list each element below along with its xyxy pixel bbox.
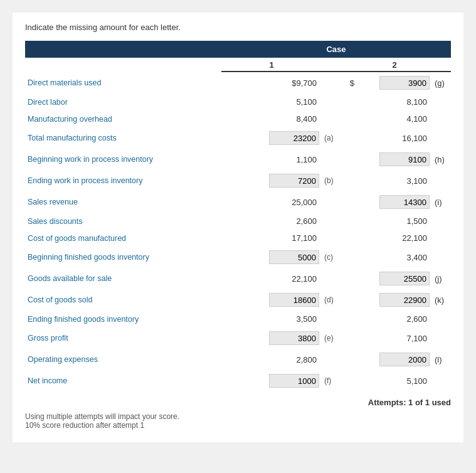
case2-value-13: 7,100 (357, 327, 432, 349)
dollar-sign-6 (344, 191, 357, 213)
row-label-0: Direct materials used (25, 72, 221, 93)
case2-input-11[interactable] (379, 293, 430, 307)
case2-letter-11: (k) (432, 289, 451, 311)
case2-value-6[interactable] (357, 191, 432, 213)
case2-letter-3 (432, 127, 451, 149)
row-label-8: Cost of goods manufactured (25, 230, 221, 247)
table-row: Total manufacturing costs(a)16,100 (25, 127, 451, 149)
case1-letter-15: (f) (322, 370, 344, 391)
dollar-sign-7 (344, 213, 357, 230)
table-row: Sales discounts2,6001,500 (25, 213, 451, 230)
case2-letter-13 (432, 327, 451, 349)
row-label-9: Beginning finished goods inventory (25, 247, 221, 268)
case1-value-14: 2,800 (221, 349, 322, 370)
case2-value-14[interactable] (357, 349, 432, 370)
case2-value-4[interactable] (357, 149, 432, 170)
case1-letter-3: (a) (322, 127, 344, 149)
table-row: Beginning work in process inventory1,100… (25, 149, 451, 170)
case1-letter-4 (322, 149, 344, 170)
dollar-sign-2 (344, 110, 357, 127)
row-label-3: Total manufacturing costs (25, 127, 221, 149)
case1-value-3[interactable] (221, 127, 322, 149)
label-col-header (25, 58, 221, 72)
case1-value-15[interactable] (221, 370, 322, 391)
case1-value-4: 1,100 (221, 149, 322, 170)
case1-value-11[interactable] (221, 289, 322, 311)
case1-value-1: 5,100 (221, 93, 322, 110)
case1-input-13[interactable] (269, 331, 319, 345)
dollar-header (344, 58, 357, 72)
table-row: Direct labor5,1008,100 (25, 93, 451, 110)
case1-input-15[interactable] (269, 374, 319, 388)
dollar-sign-4 (344, 149, 357, 170)
case1-letter-11: (d) (322, 289, 344, 311)
case-header-cell: Case (221, 41, 451, 58)
case2-value-11[interactable] (357, 289, 432, 311)
dollar-sign-1 (344, 93, 357, 110)
case1-value-13[interactable] (221, 327, 322, 349)
table-row: Sales revenue25,000(i) (25, 191, 451, 213)
empty-header (25, 41, 221, 58)
case1-letter-13: (e) (322, 327, 344, 349)
case2-input-6[interactable] (379, 195, 430, 209)
case1-input-5[interactable] (269, 174, 319, 188)
dollar-sign-10 (344, 268, 357, 289)
case1-value-9[interactable] (221, 247, 322, 268)
table-row: Cost of goods sold(d)(k) (25, 289, 451, 311)
main-table: Case 1 2 Direct materials used$9,700$(g)… (25, 41, 451, 391)
footer-line2: 10% score reduction after attempt 1 (25, 421, 451, 430)
row-label-15: Net income (25, 370, 221, 391)
footer-note: Using multiple attempts will impact your… (25, 412, 451, 430)
case2-value-5: 3,100 (357, 170, 432, 191)
row-label-5: Ending work in process inventory (25, 170, 221, 191)
table-row: Beginning finished goods inventory(c)3,4… (25, 247, 451, 268)
case2-letter-1 (432, 93, 451, 110)
case2-input-10[interactable] (379, 272, 430, 285)
case2-value-8: 22,100 (357, 230, 432, 247)
case2-letter-14: (l) (432, 349, 451, 370)
case2-input-14[interactable] (379, 353, 430, 366)
case1-letter-2 (322, 110, 344, 127)
dollar-sign-13 (344, 327, 357, 349)
case2-letter-5 (432, 170, 451, 191)
case2-input-0[interactable] (379, 76, 430, 90)
case2-value-9: 3,400 (357, 247, 432, 268)
case1-input-11[interactable] (269, 293, 319, 307)
case2-letter-4: (h) (432, 149, 451, 170)
case1-value-5[interactable] (221, 170, 322, 191)
case2-input-4[interactable] (379, 152, 430, 166)
case1-letter-5: (b) (322, 170, 344, 191)
instruction-text: Indicate the missing amount for each let… (25, 23, 451, 32)
dollar-sign-0: $ (344, 72, 357, 93)
case1-input-3[interactable] (269, 131, 319, 145)
case1-letter-9: (c) (322, 247, 344, 268)
row-label-12: Ending finished goods inventory (25, 311, 221, 327)
row-label-1: Direct labor (25, 93, 221, 110)
table-row: Operating expenses2,800(l) (25, 349, 451, 370)
attempts-text: Attempts: 1 of 1 used (25, 398, 451, 407)
case-header-row: Case (25, 41, 451, 58)
case2-letter-6: (i) (432, 191, 451, 213)
dollar-sign-3 (344, 127, 357, 149)
case2-value-10[interactable] (357, 268, 432, 289)
case2-letter-9 (432, 247, 451, 268)
case1-value-6: 25,000 (221, 191, 322, 213)
case1-input-9[interactable] (269, 250, 319, 264)
case2-letter-15 (432, 370, 451, 391)
case2-letter-8 (432, 230, 451, 247)
case1-letter-14 (322, 349, 344, 370)
case2-value-15: 5,100 (357, 370, 432, 391)
dollar-sign-14 (344, 349, 357, 370)
case2-letter-10: (j) (432, 268, 451, 289)
table-row: Goods available for sale22,100(j) (25, 268, 451, 289)
row-label-6: Sales revenue (25, 191, 221, 213)
case1-value-2: 8,400 (221, 110, 322, 127)
case1-letter-12 (322, 311, 344, 327)
case2-value-0[interactable] (357, 72, 432, 93)
dollar-sign-15 (344, 370, 357, 391)
col1-letter-header (322, 58, 344, 72)
table-row: Net income(f)5,100 (25, 370, 451, 391)
table-row: Cost of goods manufactured17,10022,100 (25, 230, 451, 247)
row-label-13: Gross profit (25, 327, 221, 349)
table-row: Direct materials used$9,700$(g) (25, 72, 451, 93)
